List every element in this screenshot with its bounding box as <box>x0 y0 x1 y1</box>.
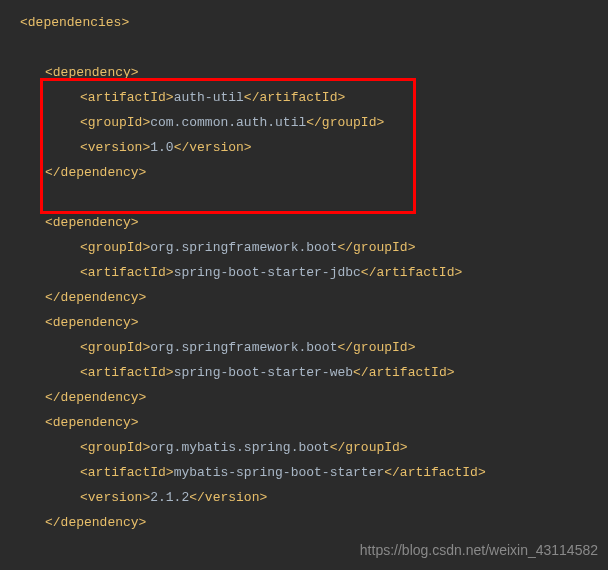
tag-artifactid-open: <artifactId> <box>80 265 174 280</box>
code-line: <artifactId>mybatis-spring-boot-starter<… <box>0 460 608 485</box>
tag-dependency-close: </dependency> <box>45 390 146 405</box>
tag-artifactid-close: </artifactId> <box>361 265 462 280</box>
tag-dependency-open: <dependency> <box>45 65 139 80</box>
tag-artifactid-close: </artifactId> <box>244 90 345 105</box>
groupid-value: org.mybatis.spring.boot <box>150 440 329 455</box>
tag-groupid-close: </groupId> <box>330 440 408 455</box>
tag-groupid-open: <groupId> <box>80 340 150 355</box>
code-line: <dependencies> <box>0 10 608 35</box>
groupid-value: org.springframework.boot <box>150 340 337 355</box>
tag-groupid-close: </groupId> <box>306 115 384 130</box>
artifactid-value: spring-boot-starter-web <box>174 365 353 380</box>
tag-groupid-open: <groupId> <box>80 440 150 455</box>
tag-artifactid-close: </artifactId> <box>353 365 454 380</box>
code-line: </dependency> <box>0 510 608 535</box>
tag-dependencies-open: <dependencies> <box>20 15 129 30</box>
tag-groupid-open: <groupId> <box>80 240 150 255</box>
tag-artifactid-open: <artifactId> <box>80 465 174 480</box>
code-line: <groupId>org.springframework.boot</group… <box>0 335 608 360</box>
tag-dependency-close: </dependency> <box>45 290 146 305</box>
code-line: <groupId>org.springframework.boot</group… <box>0 235 608 260</box>
tag-dependency-open: <dependency> <box>45 215 139 230</box>
groupid-value: org.springframework.boot <box>150 240 337 255</box>
watermark: https://blog.csdn.net/weixin_43114582 <box>360 542 598 558</box>
tag-groupid-close: </groupId> <box>337 240 415 255</box>
groupid-value: com.common.auth.util <box>150 115 306 130</box>
tag-artifactid-open: <artifactId> <box>80 90 174 105</box>
tag-dependency-open: <dependency> <box>45 315 139 330</box>
code-line: </dependency> <box>0 385 608 410</box>
code-line: <version>2.1.2</version> <box>0 485 608 510</box>
tag-artifactid-close: </artifactId> <box>384 465 485 480</box>
code-line: <artifactId>auth-util</artifactId> <box>0 85 608 110</box>
tag-dependency-close: </dependency> <box>45 165 146 180</box>
tag-dependency-open: <dependency> <box>45 415 139 430</box>
code-line: <version>1.0</version> <box>0 135 608 160</box>
blank-line <box>0 185 608 210</box>
code-line: <dependency> <box>0 60 608 85</box>
tag-dependency-close: </dependency> <box>45 515 146 530</box>
tag-groupid-open: <groupId> <box>80 115 150 130</box>
code-line: <dependency> <box>0 410 608 435</box>
tag-version-close: </version> <box>189 490 267 505</box>
code-line: </dependency> <box>0 160 608 185</box>
tag-artifactid-open: <artifactId> <box>80 365 174 380</box>
code-block: <dependencies> <dependency> <artifactId>… <box>0 0 608 535</box>
tag-version-open: <version> <box>80 490 150 505</box>
artifactid-value: mybatis-spring-boot-starter <box>174 465 385 480</box>
code-line: <groupId>org.mybatis.spring.boot</groupI… <box>0 435 608 460</box>
code-line: <artifactId>spring-boot-starter-web</art… <box>0 360 608 385</box>
code-line: <dependency> <box>0 210 608 235</box>
tag-groupid-close: </groupId> <box>337 340 415 355</box>
artifactid-value: spring-boot-starter-jdbc <box>174 265 361 280</box>
blank-line <box>0 35 608 60</box>
artifactid-value: auth-util <box>174 90 244 105</box>
code-line: <dependency> <box>0 310 608 335</box>
tag-version-open: <version> <box>80 140 150 155</box>
tag-version-close: </version> <box>174 140 252 155</box>
version-value: 2.1.2 <box>150 490 189 505</box>
code-line: <artifactId>spring-boot-starter-jdbc</ar… <box>0 260 608 285</box>
version-value: 1.0 <box>150 140 173 155</box>
code-line: <groupId>com.common.auth.util</groupId> <box>0 110 608 135</box>
code-line: </dependency> <box>0 285 608 310</box>
